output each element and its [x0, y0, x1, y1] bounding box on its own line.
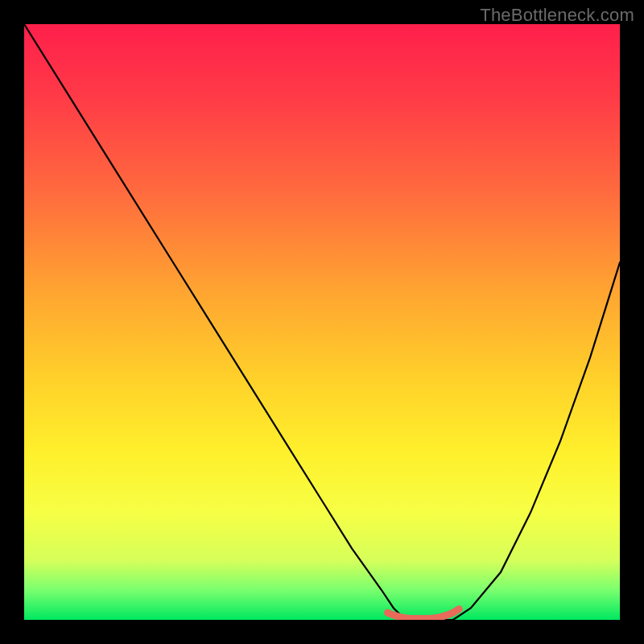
- watermark-text: TheBottleneck.com: [480, 5, 634, 26]
- chart-frame: TheBottleneck.com: [0, 0, 644, 644]
- curve-layer: [24, 24, 620, 620]
- plot-area: [24, 24, 620, 620]
- flat-bottom-marker: [387, 609, 459, 619]
- bottleneck-curve: [24, 24, 620, 620]
